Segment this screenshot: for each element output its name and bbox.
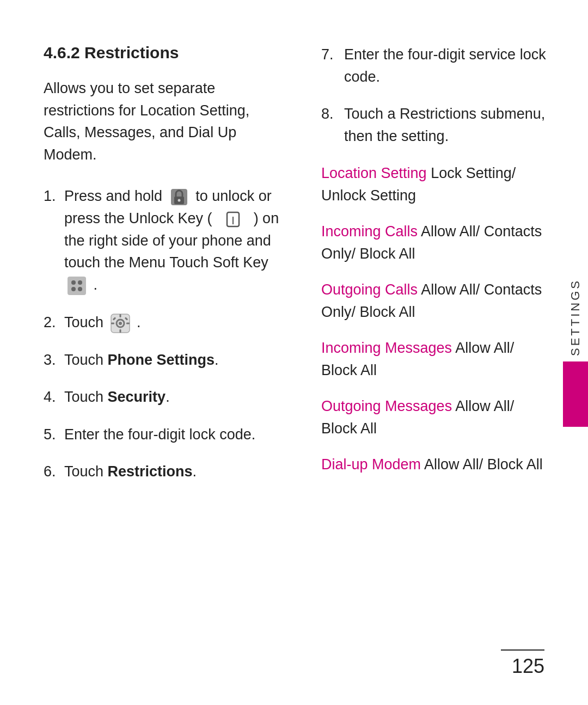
outgoing-calls-label: Outgoing Calls [321, 281, 418, 298]
step-2-content: Touch . [64, 311, 283, 334]
page-number: 125 [512, 655, 544, 678]
left-steps: 1. Press and hold to unlock or press the… [44, 185, 283, 483]
subsection-location: Location Setting Lock Setting/ Unlock Se… [321, 162, 550, 206]
incoming-messages-label: Incoming Messages [321, 340, 452, 356]
right-column: 7. Enter the four-digit service lock cod… [305, 44, 550, 672]
dialup-label: Dial-up Modem [321, 456, 421, 473]
step-3-bold: Phone Settings [108, 352, 215, 368]
svg-rect-5 [68, 277, 86, 295]
step-5-num: 5. [44, 424, 64, 446]
step-4-bold: Security [108, 389, 166, 405]
svg-rect-16 [126, 322, 130, 324]
step-3-num: 3. [44, 349, 64, 371]
step-7-content: Enter the four-digit service lock code. [344, 44, 550, 88]
section-title: 4.6.2 Restrictions [44, 44, 283, 62]
step-4-content: Touch Security. [64, 386, 283, 408]
step-8: 8. Touch a Restrictions submenu, then th… [321, 103, 550, 147]
gear-icon [110, 313, 131, 334]
step-6-content: Touch Restrictions. [64, 461, 283, 483]
outgoing-messages-label: Outgoing Messages [321, 398, 452, 414]
step-6: 6. Touch Restrictions. [44, 461, 283, 483]
lock-icon [169, 187, 189, 207]
incoming-calls-label: Incoming Calls [321, 223, 418, 240]
dialup-text: Allow All/ Block All [424, 456, 543, 473]
left-column: 4.6.2 Restrictions Allows you to set sep… [44, 44, 305, 672]
step-5: 5. Enter the four-digit lock code. [44, 424, 283, 446]
step-7: 7. Enter the four-digit service lock cod… [321, 44, 550, 88]
step-8-content: Touch a Restrictions submenu, then the s… [344, 103, 550, 147]
svg-point-7 [78, 280, 82, 285]
svg-point-8 [71, 287, 76, 291]
step-1: 1. Press and hold to unlock or press the… [44, 185, 283, 296]
svg-point-2 [177, 199, 180, 201]
intro-text: Allows you to set separate restrictions … [44, 77, 283, 165]
step-6-num: 6. [44, 461, 64, 483]
step-7-num: 7. [321, 44, 344, 66]
side-tab: SETTINGS [563, 278, 588, 426]
step-5-content: Enter the four-digit lock code. [64, 424, 283, 446]
step-2: 2. Touch . [44, 311, 283, 334]
svg-rect-14 [119, 329, 121, 333]
page-divider [501, 649, 544, 651]
svg-rect-15 [111, 322, 114, 324]
subsection-outgoing-messages: Outgoing Messages Allow All/ Block All [321, 395, 550, 439]
step-4: 4. Touch Security. [44, 386, 283, 408]
step-4-num: 4. [44, 386, 64, 408]
key-icon [223, 209, 243, 230]
svg-point-6 [71, 280, 76, 285]
step-6-bold: Restrictions [108, 463, 193, 480]
step-8-num: 8. [321, 103, 344, 125]
svg-point-9 [78, 287, 82, 291]
location-label: Location Setting [321, 165, 427, 181]
subsection-incoming-calls: Incoming Calls Allow All/ Contacts Only/… [321, 220, 550, 265]
step-3-content: Touch Phone Settings. [64, 349, 283, 371]
side-tab-label: SETTINGS [568, 278, 583, 355]
svg-point-12 [119, 322, 122, 325]
svg-rect-13 [119, 314, 121, 317]
subsections: Location Setting Lock Setting/ Unlock Se… [321, 162, 550, 476]
subsection-incoming-messages: Incoming Messages Allow All/ Block All [321, 337, 550, 381]
subsection-dialup-modem: Dial-up Modem Allow All/ Block All [321, 453, 550, 476]
step-1-num: 1. [44, 185, 64, 207]
page-container: 4.6.2 Restrictions Allows you to set sep… [0, 0, 588, 705]
step-2-num: 2. [44, 311, 64, 334]
side-tab-bar [563, 361, 588, 427]
step-1-content: Press and hold to unlock or press the Un… [64, 185, 283, 296]
menu-icon [66, 275, 87, 296]
subsection-outgoing-calls: Outgoing Calls Allow All/ Contacts Only/… [321, 279, 550, 323]
right-steps: 7. Enter the four-digit service lock cod… [321, 44, 550, 147]
step-3: 3. Touch Phone Settings. [44, 349, 283, 371]
